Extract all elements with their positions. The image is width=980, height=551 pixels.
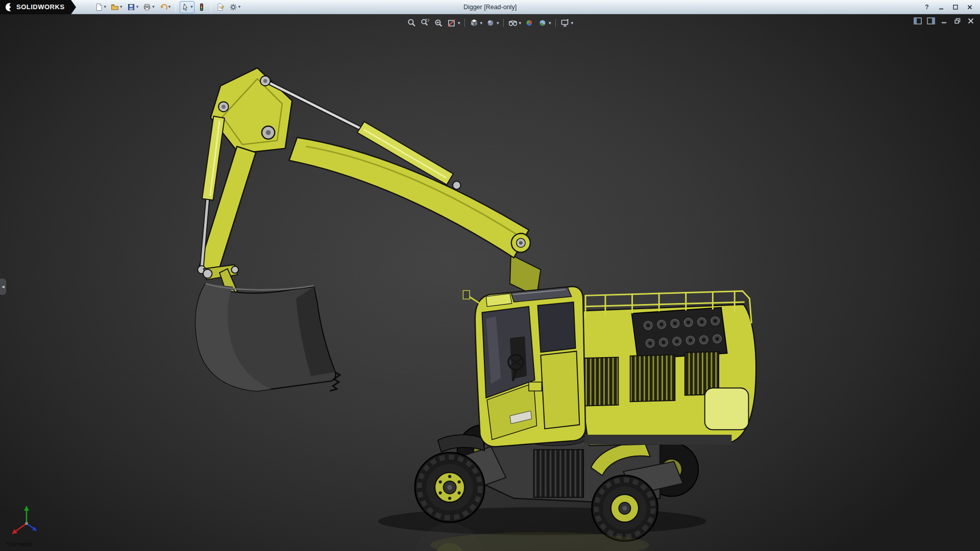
standard-toolbar: ▾ ▾ ▾	[93, 0, 242, 14]
undo-button[interactable]: ▾	[158, 1, 173, 13]
counterweight-panel	[705, 388, 749, 430]
feature-pane-icon	[914, 17, 922, 24]
bucket[interactable]	[195, 284, 340, 391]
section-view-icon	[447, 18, 457, 28]
zoom-area-icon	[420, 18, 430, 28]
dropdown-arrow-icon[interactable]: ▾	[238, 5, 241, 9]
display-style-icon	[485, 18, 496, 28]
display-style-button[interactable]: ▾	[484, 17, 500, 29]
body-underside	[584, 435, 731, 444]
previous-view-icon	[433, 18, 444, 28]
rebuild-button[interactable]	[196, 1, 207, 13]
open-button[interactable]: ▾	[109, 1, 124, 13]
view-orientation-button[interactable]: ▾	[468, 17, 483, 29]
seat	[510, 336, 527, 379]
close-icon	[967, 4, 973, 10]
dassault-3ds-icon	[4, 2, 13, 13]
file-properties-icon	[216, 3, 225, 11]
logo-notch	[71, 0, 76, 14]
zoom-to-area-button[interactable]	[419, 17, 431, 29]
apply-scene-button[interactable]: ▾	[536, 17, 552, 29]
dropdown-arrow-icon[interactable]: ▾	[458, 21, 460, 26]
minimize-icon	[941, 18, 948, 24]
cab-door	[541, 351, 579, 429]
display-pane-button[interactable]	[926, 16, 936, 26]
dropdown-arrow-icon[interactable]: ▾	[190, 5, 193, 9]
previous-view-button[interactable]	[432, 17, 445, 29]
panel-collapse-tab[interactable]: ◄	[0, 279, 6, 295]
front-wheel[interactable]	[415, 453, 484, 522]
view-cube-icon	[469, 18, 479, 28]
dropdown-arrow-icon[interactable]: ▾	[497, 21, 499, 26]
dropdown-arrow-icon[interactable]: ▾	[571, 21, 574, 26]
reference-triad	[6, 501, 47, 540]
view-settings-icon	[560, 18, 570, 28]
new-document-icon	[95, 3, 103, 11]
dropdown-arrow-icon[interactable]: ▾	[480, 21, 482, 26]
wing-mirror	[463, 291, 470, 299]
edit-appearance-button[interactable]	[523, 17, 535, 29]
new-document-button[interactable]: ▾	[93, 1, 108, 13]
close-button[interactable]	[964, 3, 976, 12]
brand-text: SOLIDWORKS	[16, 3, 65, 11]
dropdown-arrow-icon[interactable]: ▾	[168, 5, 171, 9]
body-housing[interactable]	[579, 291, 756, 446]
document-title: Digger [Read-only]	[463, 4, 517, 11]
file-properties-button[interactable]	[215, 1, 226, 13]
minimize-icon	[938, 4, 944, 10]
toolbar-separator	[176, 2, 176, 12]
help-button[interactable]: ?	[921, 3, 933, 12]
hide-show-items-button[interactable]: ▾	[507, 17, 523, 29]
rear-wheel[interactable]	[592, 475, 658, 541]
solidworks-logo: SOLIDWORKS	[0, 0, 71, 14]
document-window-controls	[913, 16, 976, 26]
orientation-label: *Dimetric	[6, 540, 33, 548]
close-icon	[967, 18, 974, 24]
dropdown-arrow-icon[interactable]: ▾	[136, 5, 139, 9]
select-cursor-icon	[181, 3, 189, 11]
headsup-separator	[503, 19, 504, 27]
options-gear-icon	[229, 3, 237, 11]
dropdown-arrow-icon[interactable]: ▾	[152, 5, 155, 9]
headsup-separator	[555, 19, 556, 27]
cab[interactable]	[463, 287, 585, 447]
feature-manager-pane-button[interactable]	[913, 16, 923, 26]
minimize-document-button[interactable]	[939, 16, 949, 26]
print-button[interactable]: ▾	[141, 1, 156, 13]
display-pane-icon	[927, 17, 935, 24]
options-button[interactable]: ▾	[228, 1, 242, 13]
close-document-button[interactable]	[966, 16, 976, 26]
dropdown-arrow-icon[interactable]: ▾	[120, 5, 122, 9]
toolbar-separator	[211, 2, 211, 12]
glasses-icon	[508, 18, 518, 28]
appearance-ball-icon	[524, 18, 534, 28]
view-settings-button[interactable]: ▾	[559, 17, 575, 29]
digger-3d-model[interactable]	[0, 14, 980, 551]
zoom-to-fit-button[interactable]	[406, 17, 418, 29]
zoom-fit-icon	[407, 18, 417, 28]
maximize-button[interactable]	[949, 3, 962, 12]
headsup-separator	[464, 19, 464, 27]
side-window-glass	[538, 302, 576, 352]
printer-icon	[143, 3, 151, 11]
open-folder-icon	[111, 3, 119, 11]
minimize-button[interactable]	[935, 3, 947, 12]
section-view-button[interactable]: ▾	[446, 17, 461, 29]
maximize-icon	[952, 4, 959, 10]
restore-icon	[954, 18, 961, 24]
select-button[interactable]: ▾	[180, 1, 194, 13]
boom-assembly[interactable]	[198, 68, 541, 296]
heads-up-toolbar: ▾ ▾ ▾	[406, 17, 574, 29]
dropdown-arrow-icon[interactable]: ▾	[549, 21, 551, 26]
title-bar: SOLIDWORKS ▾ ▾	[0, 0, 980, 14]
restore-document-button[interactable]	[952, 16, 963, 26]
window-controls: ?	[921, 3, 980, 12]
dropdown-arrow-icon[interactable]: ▾	[519, 21, 522, 26]
scene-sphere-icon	[537, 18, 548, 28]
save-button[interactable]: ▾	[126, 1, 140, 13]
rebuild-stoplight-icon	[198, 3, 206, 11]
solidworks-window: SOLIDWORKS ▾ ▾	[0, 0, 980, 551]
graphics-viewport[interactable]: ▾ ▾ ▾	[0, 14, 980, 551]
dropdown-arrow-icon[interactable]: ▾	[104, 5, 107, 9]
save-floppy-icon	[127, 3, 135, 11]
